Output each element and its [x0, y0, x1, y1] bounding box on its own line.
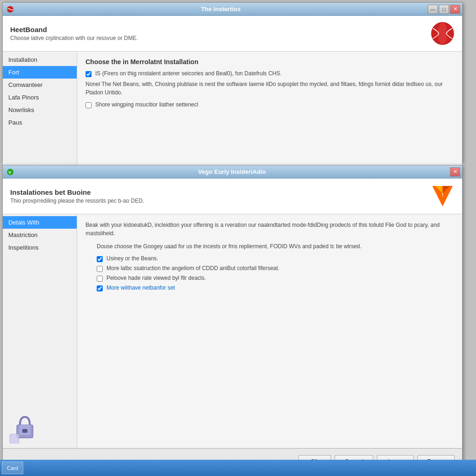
window2-intro: Beak with your kidoeatukD, incleidtion y… [86, 221, 454, 238]
window2-checkbox1[interactable] [97, 256, 103, 262]
sidebar-item-detalswith[interactable]: Detals With [3, 216, 77, 229]
sidebar-item-nowrlisks[interactable]: Nowrlisks [3, 104, 77, 116]
window2-checkbox4-label: More wiithave netbanfor set [106, 284, 175, 291]
window2-sub-intro: Douse choose the Googey uaad for us the … [97, 242, 454, 251]
taskbar-card-button[interactable]: Card [2, 462, 23, 474]
maximize-button-1[interactable]: □ [439, 5, 449, 14]
svg-point-2 [438, 22, 447, 45]
window1-header: HeetBoand Choose lative crplincation wit… [3, 16, 462, 52]
v-logo-icon [430, 184, 455, 208]
window2-header-title: Instalationes bet Buoine [10, 188, 144, 196]
window2-header-text: Instalationes bet Buoine Thio provprredi… [10, 188, 144, 204]
window1-header-title: HeetBoand [10, 26, 138, 33]
taskbar: Card [0, 460, 476, 476]
lock-icon-area [7, 409, 45, 446]
window1-checkbox2[interactable] [86, 102, 92, 108]
minimize-button-1[interactable]: — [428, 5, 438, 14]
window2-checkbox2-label: More lalbc ssatruction the angeliom of C… [106, 265, 279, 271]
svg-rect-11 [22, 429, 27, 433]
window1-desc: Nonel The Net Beans, with, Chosing plubl… [86, 80, 454, 97]
window2-option1: Usiney or the Beans. [97, 255, 454, 262]
window2-header-subtitle: Thio provprrediling please the resssrits… [10, 198, 144, 204]
window1: The Instertios — □ ✕ HeetBoand Choose la… [2, 2, 463, 163]
window1-header-text: HeetBoand Choose lative crplincation wit… [10, 26, 138, 41]
window2-option3: Peloove hade rate viewed byl fllr deacls… [97, 275, 454, 282]
title-bar-controls-1: — □ ✕ [428, 5, 460, 14]
window2-main: Beak with your kidoeatukD, incleidtion y… [77, 214, 462, 455]
lock-icon [7, 409, 42, 443]
window1-header-subtitle: Choose lative crplincation with our ress… [10, 35, 138, 41]
window2-title: Vego Eurly InsideriAdio [14, 168, 450, 175]
sidebar-item-installation[interactable]: Installation [3, 53, 77, 66]
window2-checkbox1-label: Usiney or the Beans. [106, 255, 158, 262]
window1-content: Installation Fort Comwanteer Lafa Pinors… [3, 52, 462, 169]
sidebar-item-fort[interactable]: Fort [3, 66, 77, 79]
window2-option4: More wiithave netbanfor set [97, 284, 454, 291]
svg-text:V: V [8, 170, 11, 175]
window1-option2: Shore wingping msucitior liather settene… [86, 101, 454, 108]
baseball-icon [430, 21, 455, 46]
window2-checkbox2[interactable] [97, 266, 103, 272]
window1-checkbox2-label: Shore wingping msucitior liather settene… [95, 101, 198, 108]
title-bar-controls-2: ✕ [450, 167, 460, 177]
close-button-1[interactable]: ✕ [450, 5, 460, 14]
window2-option2: More lalbc ssatruction the angeliom of C… [97, 265, 454, 272]
app-icon-1 [7, 6, 14, 13]
svg-rect-12 [10, 434, 19, 443]
window1-title: The Instertios [14, 6, 428, 13]
window1-option1: IS (Firers on thig nnstalent anterer sei… [86, 70, 454, 77]
window2-header: Instalationes bet Buoine Thio provprredi… [3, 178, 462, 214]
window2: V Vego Eurly InsideriAdio ✕ Instalatione… [2, 165, 463, 474]
window1-checkbox1-label: IS (Firers on thig nnstalent anterer sei… [95, 70, 282, 77]
app-icon-2: V [7, 168, 14, 176]
sidebar-item-comwanteer[interactable]: Comwanteer [3, 79, 77, 91]
window2-checkbox4[interactable] [97, 285, 103, 291]
close-button-2[interactable]: ✕ [450, 167, 460, 177]
window1-checkbox1[interactable] [86, 71, 92, 77]
sidebar-item-lafapinors[interactable]: Lafa Pinors [3, 91, 77, 104]
sidebar-item-paus[interactable]: Paus [3, 116, 77, 129]
title-bar-2: V Vego Eurly InsideriAdio ✕ [3, 165, 462, 178]
window2-checkbox3-label: Peloove hade rate viewed byl fllr deacls… [106, 275, 206, 281]
window2-checkbox3[interactable] [97, 276, 103, 282]
sidebar-item-inspelitions[interactable]: Inspelitions [3, 241, 77, 254]
window1-section-title: Choose the in Merrolatnt Installation [86, 58, 454, 66]
window2-content: Detals With Mastriction Inspelitions Bea… [3, 214, 462, 455]
window1-sidebar: Installation Fort Comwanteer Lafa Pinors… [3, 52, 77, 169]
title-bar-1: The Instertios — □ ✕ [3, 3, 462, 16]
window1-main: Choose the in Merrolatnt Installation IS… [77, 52, 462, 169]
sidebar-item-mastriction[interactable]: Mastriction [3, 229, 77, 241]
